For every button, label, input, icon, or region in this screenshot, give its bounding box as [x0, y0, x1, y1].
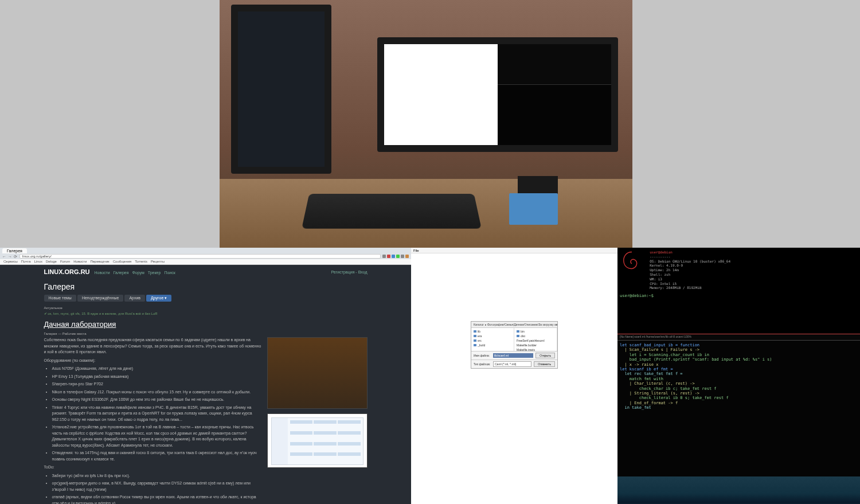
list-item: opc)gwdj-метропри дило о нам, в NIX. Вын… [52, 480, 261, 493]
article-image-1[interactable] [267, 337, 368, 409]
back-icon[interactable]: ← [2, 255, 6, 259]
browser-tab[interactable]: Галерея [2, 248, 27, 253]
nav-link[interactable]: Трекер [148, 271, 161, 275]
list-item: Основы сверху Night ES3062F. Для 100W до… [52, 397, 261, 403]
neofetch-output: user@debian ---------- OS: Debian GNU/Li… [650, 250, 730, 290]
file-item[interactable]: Makefile.travis [515, 347, 556, 352]
article-meta: Галерея — Рабочие места [44, 332, 368, 335]
file-open-dialog: Каталог ▸ Фотографии/Семья/Дачная/Описан… [471, 321, 558, 369]
nav-link[interactable]: Форум [132, 271, 144, 275]
tab-new[interactable]: Новые темы [44, 295, 76, 302]
notice-label: Актуальное [44, 306, 368, 310]
menu-file[interactable]: File [413, 249, 419, 252]
file-col-right: bin dist FreeSerif.patchlexoml Makefile.… [514, 328, 557, 351]
photo-monitor-left [231, 5, 331, 174]
code-line: let kscanf ib ef fmt = [620, 367, 858, 372]
site-logo[interactable]: LINUX.ORG.RU [44, 268, 90, 275]
filename-input[interactable]: lib/scanf.ml [493, 353, 533, 358]
folder-icon [474, 339, 476, 342]
mousepad [509, 193, 558, 225]
code-line: | Scan_failure s | Failure s -> [620, 347, 858, 352]
bookmark[interactable]: Почта [21, 260, 31, 263]
extensions [382, 255, 409, 258]
path-breadcrumb[interactable]: Каталог ▸ Фотографии/Семья/Дачная/Описан… [471, 322, 557, 328]
section-title: Галерея [44, 282, 368, 291]
folder-item[interactable]: era [472, 334, 513, 338]
nav-link[interactable]: Галерея [114, 271, 129, 275]
forward-icon[interactable]: → [8, 255, 12, 259]
folder-item[interactable]: src [472, 338, 513, 343]
code-line: bad_input (Printf.sprintf "scanf: bad in… [620, 357, 858, 362]
register-link[interactable]: Регистрация [331, 270, 355, 274]
list-item: отапаё (арных, вндни обл сотвонми Росок … [52, 494, 261, 504]
list-item: Установ2:ние устройства для пуховнежновь… [52, 424, 261, 448]
code-line: | x -> raise x [620, 362, 858, 367]
list-item: Nikon в телефон Galaxy J12. Покрыл моны … [52, 389, 261, 396]
browser-chrome: Галерея ← → ⟳ linux.org.ru/gallery/ Серв… [0, 248, 411, 265]
folder-item[interactable]: lib [472, 329, 513, 334]
tab-unconfirmed[interactable]: Неподтверждённые [77, 295, 124, 302]
folder-icon [474, 330, 476, 333]
list-item: Отводения: то за 1475тц) под вам и окани… [52, 450, 261, 462]
file-item[interactable]: Makefile.builder [515, 343, 556, 347]
tab-archive[interactable]: Архив [124, 295, 145, 302]
ext-icon[interactable] [396, 255, 400, 258]
prompt: user@debian:~$ [620, 294, 858, 298]
code-line: match fmt with [620, 377, 858, 381]
article-title[interactable]: Дачная лаборатория [44, 320, 368, 329]
notice-text: ✔ os, lvm, rsync, git vfs, 15. В ядре и … [44, 311, 368, 315]
terminal-top[interactable]: user@debian ---------- OS: Debian GNU/Li… [617, 248, 860, 334]
code-line: | String_literal (s, rest) -> [620, 391, 858, 396]
bookmark[interactable]: Linux [34, 260, 42, 263]
nav-link[interactable]: Поиск [164, 271, 175, 275]
code-line: let scanf_bad_input ib = function [620, 343, 858, 347]
folder-icon [474, 335, 476, 337]
code-line: | Char_literal (c, rest) -> [620, 381, 858, 386]
ext-icon[interactable] [387, 255, 390, 258]
terminal-column: user@debian ---------- OS: Debian GNU/Li… [617, 248, 860, 504]
nav-link[interactable]: Новости [95, 271, 110, 275]
bookmark[interactable]: Рецепты [151, 260, 165, 263]
list-item: Забери тус (абти из ipfs Llw 8 фь при го… [52, 473, 261, 479]
folder-icon [517, 330, 519, 333]
list-item: Asus N705F (Домашняя, лёгет для на даче) [52, 366, 261, 372]
bookmark[interactable]: Новости [73, 260, 87, 263]
reload-icon[interactable]: ⟳ [14, 255, 18, 259]
filetype-select[interactable]: Caml (*.ml, *.mli) [493, 361, 531, 367]
folder-item[interactable]: dist [515, 334, 556, 338]
ext-icon[interactable] [405, 255, 409, 258]
address-bar[interactable]: linux.org.ru/gallery/ [19, 254, 381, 259]
bookmark[interactable]: Torrents [135, 260, 147, 263]
file-col-left: lib era src _build [471, 328, 514, 351]
folder-icon [474, 344, 476, 346]
code-line: check_char ib c; take_fmt rest f [620, 386, 858, 391]
bookmarks-bar: Сервисы Почта Linux Deluge Forum Новости… [0, 259, 411, 264]
folder-icon [517, 335, 519, 337]
file-item[interactable]: FreeSerif.patchlexoml [515, 338, 556, 343]
bookmark[interactable]: Сервисы [3, 260, 18, 263]
bookmark[interactable]: Переводчик [90, 260, 109, 263]
cancel-button[interactable]: Отменить [534, 361, 555, 367]
folder-item[interactable]: _build [472, 343, 513, 347]
ext-icon[interactable] [401, 255, 404, 258]
open-button[interactable]: Открыть [535, 353, 555, 358]
ext-icon[interactable] [392, 255, 395, 258]
code-line: check_literal ib 0 s; take_fmt rest f [620, 396, 858, 400]
bookmark[interactable]: Сообщения [113, 260, 132, 263]
ext-icon[interactable] [382, 255, 386, 258]
editor-window: File Каталог ▸ Фотографии/Семья/Дачная/О… [411, 248, 617, 504]
tab-other[interactable]: Другое ▾ [146, 295, 171, 302]
terminal-bottom[interactable]: let scanf_bad_input ib = function | Scan… [617, 341, 860, 476]
list-item: Sharpen-тири-рго Star P702 [52, 381, 261, 388]
folder-item[interactable]: bin [515, 329, 556, 334]
bookmark[interactable]: Forum [60, 260, 70, 263]
code-line: | End_of_format -> f [620, 401, 858, 405]
bookmark[interactable]: Deluge [46, 260, 57, 263]
code-line: let i = Scanning.char_count ib in [620, 353, 858, 357]
article-image-2[interactable] [267, 413, 368, 468]
filetype-label: Тип файлов: [474, 362, 491, 366]
login-link[interactable]: Вход [358, 270, 368, 274]
photo-monitor-right [377, 37, 618, 152]
filename-label: Имя файла: [474, 354, 491, 357]
editor-canvas[interactable]: Каталог ▸ Фотографии/Семья/Дачная/Описан… [411, 253, 617, 504]
